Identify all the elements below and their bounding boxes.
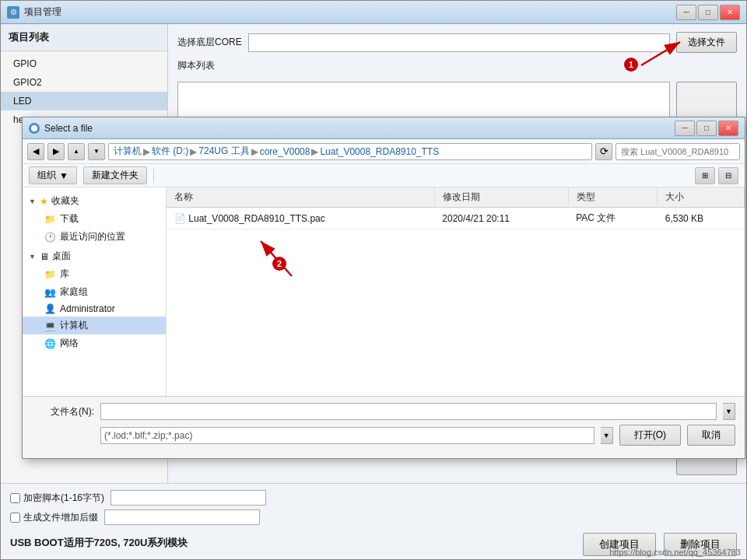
encrypt-checkbox[interactable] bbox=[10, 493, 20, 503]
fd-downloads-item[interactable]: 📁 下载 bbox=[23, 210, 166, 228]
fd-file-type: PAC 文件 bbox=[568, 208, 658, 229]
fd-recent-icon: 🕐 bbox=[44, 232, 56, 243]
fd-computer-icon: 💻 bbox=[44, 320, 56, 331]
script-list-header: 脚本列表 bbox=[177, 59, 215, 72]
fd-filename-input[interactable] bbox=[100, 403, 717, 420]
svg-point-0 bbox=[31, 125, 37, 131]
fd-desktop-label: 桌面 bbox=[52, 250, 71, 263]
desktop-icon: 🖥 bbox=[40, 251, 49, 262]
file-dialog: Select a file ─ □ ✕ ◀ ▶ ▲ ▼ 计算机 ▶ 软件 (D:… bbox=[22, 117, 745, 459]
table-row[interactable]: 📄 Luat_V0008_RDA8910_TTS.pac 2020/4/21 2… bbox=[167, 208, 745, 229]
fd-admin-icon: 👤 bbox=[44, 303, 56, 314]
fd-homegroup-icon: 👥 bbox=[44, 287, 56, 298]
fd-dropdown-button[interactable]: ▼ bbox=[88, 143, 105, 160]
fd-filename-label: 文件名(N): bbox=[32, 405, 94, 418]
fd-body: ▼ ★ 收藏夹 📁 下载 🕐 最近访问的位置 ▼ 🖥 桌面 bbox=[23, 187, 745, 396]
fd-path-drive[interactable]: 软件 (D:) bbox=[152, 145, 188, 158]
generate-checkbox-label[interactable]: 生成文件增加后缀 bbox=[10, 511, 98, 524]
fd-library-item[interactable]: 📁 库 bbox=[23, 265, 166, 283]
watermark: https://blog.csdn.net/qq_45364783 bbox=[609, 548, 741, 557]
encrypt-checkbox-label[interactable]: 加密脚本(1-16字节) bbox=[10, 492, 104, 505]
fd-back-button[interactable]: ◀ bbox=[27, 143, 44, 160]
sidebar-item-gpio[interactable]: GPIO bbox=[1, 54, 167, 73]
fd-view-buttons: ⊞ ⊟ bbox=[695, 167, 738, 184]
sidebar-item-gpio2[interactable]: GPIO2 bbox=[1, 73, 167, 92]
fd-desktop-section: ▼ 🖥 桌面 📁 库 👥 家庭组 👤 Administrator � bbox=[23, 247, 166, 352]
sidebar-item-led[interactable]: LED bbox=[1, 92, 167, 110]
fd-network-icon: 🌐 bbox=[44, 338, 56, 349]
fd-network-item[interactable]: 🌐 网络 bbox=[23, 334, 166, 352]
select-file-button[interactable]: 选择文件 bbox=[676, 32, 737, 53]
fd-minimize-button[interactable]: ─ bbox=[675, 121, 695, 136]
script-header-row: 脚本列表 bbox=[177, 59, 737, 75]
window-title: 项目管理 bbox=[24, 5, 676, 19]
generate-checkbox[interactable] bbox=[10, 513, 20, 523]
fd-sidebar: ▼ ★ 收藏夹 📁 下载 🕐 最近访问的位置 ▼ 🖥 桌面 bbox=[23, 187, 167, 396]
fd-computer-item[interactable]: 💻 计算机 bbox=[23, 317, 166, 334]
fd-filename-row: 文件名(N): ▼ bbox=[32, 403, 735, 420]
fd-file-name[interactable]: 📄 Luat_V0008_RDA8910_TTS.pac bbox=[167, 208, 434, 229]
fd-maximize-button[interactable]: □ bbox=[696, 121, 717, 136]
fd-col-date[interactable]: 修改日期 bbox=[434, 187, 568, 208]
fd-filetype-input bbox=[100, 427, 594, 444]
fd-path-computer[interactable]: 计算机 bbox=[114, 145, 142, 158]
fd-desktop-expand-icon: ▼ bbox=[29, 253, 37, 261]
fd-new-folder-button[interactable]: 新建文件夹 bbox=[83, 166, 147, 184]
fd-close-button[interactable]: ✕ bbox=[718, 121, 738, 136]
fd-up-button[interactable]: ▲ bbox=[68, 143, 85, 160]
fd-path-folder1[interactable]: 724UG 工具 bbox=[198, 145, 249, 158]
fd-footer: 文件名(N): ▼ ▼ 打开(O) 取消 bbox=[23, 396, 745, 458]
fd-file-table: 名称 修改日期 类型 大小 📄 Luat_V0008_RDA8910_TTS.p… bbox=[167, 187, 745, 229]
fd-addressbar: ◀ ▶ ▲ ▼ 计算机 ▶ 软件 (D:) ▶ 724UG 工具 ▶ core_… bbox=[23, 139, 745, 164]
fd-view-list-button[interactable]: ⊞ bbox=[695, 167, 715, 184]
close-button[interactable]: ✕ bbox=[720, 5, 740, 20]
fd-path-box[interactable]: 计算机 ▶ 软件 (D:) ▶ 724UG 工具 ▶ core_V0008 ▶ … bbox=[108, 143, 592, 160]
fd-desktop-header[interactable]: ▼ 🖥 桌面 bbox=[23, 247, 166, 265]
badge-2: 2 bbox=[272, 257, 286, 271]
fd-filetype-row: ▼ 打开(O) 取消 bbox=[32, 425, 735, 446]
fd-toolbar: 组织 ▼ 新建文件夹 ⊞ ⊟ bbox=[23, 164, 745, 187]
badge-1: 1 bbox=[624, 58, 638, 72]
fd-title-icon bbox=[29, 123, 40, 134]
fd-col-type[interactable]: 类型 bbox=[568, 187, 658, 208]
layer-label: 选择底层CORE bbox=[177, 36, 242, 49]
fd-forward-button[interactable]: ▶ bbox=[47, 143, 65, 160]
encrypt-row: 加密脚本(1-16字节) bbox=[10, 490, 737, 506]
maximize-button[interactable]: □ bbox=[698, 5, 718, 20]
fd-path-folder2[interactable]: core_V0008 bbox=[260, 146, 310, 157]
fd-col-size[interactable]: 大小 bbox=[658, 187, 745, 208]
fd-col-name[interactable]: 名称 bbox=[167, 187, 434, 208]
fd-filename-dropdown[interactable]: ▼ bbox=[723, 403, 735, 420]
fd-file-area: 名称 修改日期 类型 大小 📄 Luat_V0008_RDA8910_TTS.p… bbox=[167, 187, 745, 396]
fd-favorites-header[interactable]: ▼ ★ 收藏夹 bbox=[23, 192, 166, 210]
fd-file-icon: 📄 bbox=[174, 213, 186, 224]
fd-recent-item[interactable]: 🕐 最近访问的位置 bbox=[23, 228, 166, 246]
fd-organize-button[interactable]: 组织 ▼ bbox=[29, 166, 77, 184]
fd-refresh-button[interactable]: ⟳ bbox=[595, 143, 612, 160]
fd-cancel-button[interactable]: 取消 bbox=[687, 425, 735, 446]
layer-input[interactable] bbox=[248, 33, 670, 52]
generate-input[interactable] bbox=[104, 509, 260, 525]
title-bar: ⚙ 项目管理 ─ □ ✕ bbox=[1, 1, 746, 24]
fd-open-button[interactable]: 打开(O) bbox=[619, 425, 681, 446]
fd-title-text: Select a file bbox=[44, 123, 675, 134]
fd-admin-item[interactable]: 👤 Administrator bbox=[23, 301, 166, 317]
fd-path-folder3[interactable]: Luat_V0008_RDA8910_TTS bbox=[320, 146, 439, 157]
fd-filetype-dropdown[interactable]: ▼ bbox=[601, 427, 613, 444]
fd-download-icon: 📁 bbox=[44, 214, 56, 225]
generate-row: 生成文件增加后缀 bbox=[10, 509, 737, 525]
sidebar-header: 项目列表 bbox=[1, 24, 167, 51]
fd-favorites-section: ▼ ★ 收藏夹 📁 下载 🕐 最近访问的位置 bbox=[23, 192, 166, 246]
fd-homegroup-item[interactable]: 👥 家庭组 bbox=[23, 283, 166, 301]
bottom-info: USB BOOT适用于720S, 720U系列模块 bbox=[10, 533, 188, 553]
minimize-button[interactable]: ─ bbox=[676, 5, 696, 20]
fd-toolbar-sep bbox=[153, 169, 154, 183]
encrypt-input[interactable] bbox=[110, 490, 266, 506]
fd-title-bar: Select a file ─ □ ✕ bbox=[23, 117, 745, 139]
fd-library-icon: 📁 bbox=[44, 269, 56, 280]
fd-file-size: 6,530 KB bbox=[658, 208, 745, 229]
fd-file-date: 2020/4/21 20:11 bbox=[434, 208, 568, 229]
fd-favorites-label: 收藏夹 bbox=[51, 194, 79, 208]
fd-view-details-button[interactable]: ⊟ bbox=[718, 167, 738, 184]
fd-search-input[interactable] bbox=[615, 143, 740, 160]
